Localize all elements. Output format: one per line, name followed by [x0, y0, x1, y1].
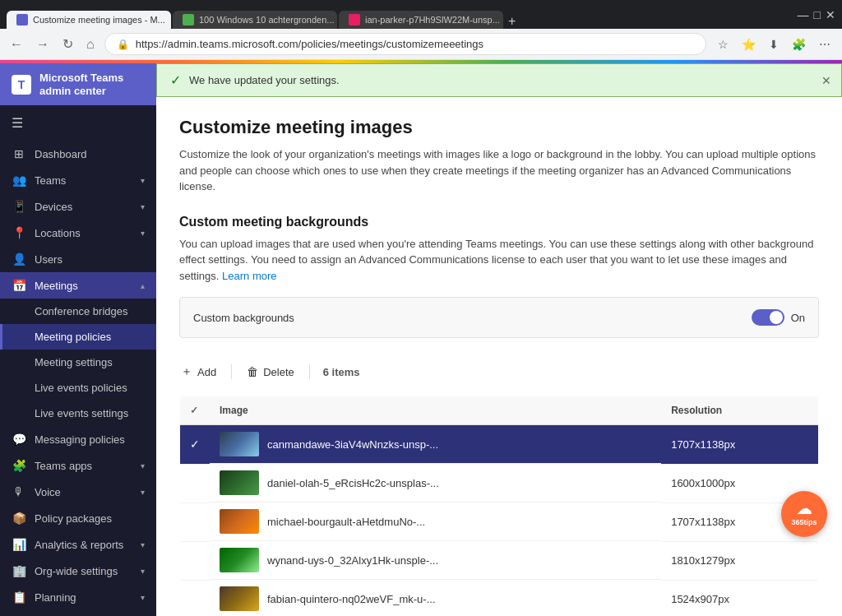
chevron-down-icon: ▾	[141, 202, 145, 211]
table-row[interactable]: ✓ canmandawe-3iaV4wNnzks-unsp-... 1707x1…	[180, 425, 819, 465]
sidebar-item-org-settings[interactable]: 🏢 Org-wide settings ▾	[0, 558, 156, 584]
tab-3[interactable]: ian-parker-p7Hh9SlW22M-unsp... ✕	[339, 11, 503, 29]
teams-logo-icon: T	[12, 75, 31, 95]
row-check-4	[180, 541, 210, 580]
chevron-up-icon: ▴	[141, 281, 145, 290]
messaging-icon: 💬	[12, 433, 26, 446]
sidebar-item-locations[interactable]: 📍 Locations ▾	[0, 220, 156, 246]
section-description: You can upload images that are used when…	[179, 236, 819, 285]
main-content: ✓ We have updated your settings. ✕ Custo…	[156, 63, 842, 616]
header-check: ✓	[180, 396, 210, 425]
sidebar-item-live-events-policies[interactable]: Live events policies	[0, 375, 156, 401]
sidebar-item-voice[interactable]: 🎙 Voice ▾	[0, 479, 156, 505]
tab-2[interactable]: 100 Windows 10 achtergronden... ✕	[173, 11, 337, 29]
menu-icon[interactable]: ⋯	[814, 35, 835, 54]
success-banner-close[interactable]: ✕	[821, 74, 831, 87]
download-icon[interactable]: ⬇	[764, 35, 784, 54]
tab-title-3: ian-parker-p7Hh9SlW22M-unsp...	[365, 15, 500, 25]
chevron-down-icon: ▾	[141, 540, 145, 549]
sidebar-item-label: Dashboard	[35, 148, 145, 160]
sidebar-item-label: Teams	[35, 174, 132, 187]
table-row[interactable]: wynand-uys-0_32Alxy1Hk-unsple-... 1810x1…	[180, 541, 819, 580]
thumbnail-5	[220, 586, 259, 611]
planning-icon: 📋	[12, 591, 26, 604]
row-image-5: fabian-quintero-nq02weVF_mk-u-...	[210, 580, 661, 616]
sidebar-item-meetings[interactable]: 📅 Meetings ▴	[0, 272, 156, 299]
sidebar-item-label: Devices	[35, 201, 132, 213]
favorites-icon[interactable]: ☆	[713, 35, 733, 54]
row-resolution-5: 1524x907px	[661, 580, 818, 616]
table-row[interactable]: fabian-quintero-nq02weVF_mk-u-... 1524x9…	[180, 580, 819, 616]
sidebar-item-devices[interactable]: 📱 Devices ▾	[0, 193, 156, 220]
toggle-track[interactable]	[752, 309, 784, 326]
extension-icon[interactable]: 🧩	[787, 35, 811, 54]
sidebar-item-messaging-policies[interactable]: 💬 Messaging policies	[0, 426, 156, 452]
row-check-1: ✓	[180, 425, 210, 465]
forward-button[interactable]: →	[33, 34, 53, 55]
chevron-down-icon: ▾	[141, 488, 145, 497]
header-image: Image	[210, 396, 661, 425]
sidebar-item-planning[interactable]: 📋 Planning ▾	[0, 584, 156, 610]
thumbnail-1	[220, 432, 259, 456]
delete-button[interactable]: 🗑 Delete	[245, 362, 296, 382]
teams-logo: T	[12, 75, 31, 95]
tab-active[interactable]: Customize meeting images - M... ✕	[7, 11, 171, 29]
close-window-button[interactable]: ✕	[826, 8, 835, 21]
table-row[interactable]: daniel-olah-5_eRcisHc2c-unsplas-... 1600…	[180, 464, 819, 503]
table-header: ✓ Image Resolution	[180, 396, 819, 425]
sidebar: T Microsoft Teams admin center ☰ ⊞ Dashb…	[0, 63, 156, 616]
maximize-button[interactable]: □	[814, 8, 821, 21]
toolbar-actions: ☆ ⭐ ⬇ 🧩 ⋯	[713, 35, 835, 54]
items-count: 6 items	[323, 366, 360, 378]
delete-label: Delete	[263, 366, 294, 378]
thumbnail-4	[220, 548, 259, 572]
chevron-down-icon: ▾	[141, 176, 145, 185]
chevron-down-icon: ▾	[141, 461, 145, 470]
address-bar[interactable]: 🔒 https://admin.teams.microsoft.com/poli…	[104, 33, 706, 55]
sidebar-item-analytics-reports[interactable]: 📊 Analytics & reports ▾	[0, 531, 156, 558]
learn-more-link[interactable]: Learn more	[222, 270, 276, 282]
page-title: Customize meeting images	[179, 117, 819, 138]
home-button[interactable]: ⌂	[83, 34, 98, 55]
browser-tabs: Customize meeting images - M... ✕ 100 Wi…	[7, 0, 519, 29]
app-name: Microsoft Teams admin center	[39, 72, 145, 97]
sidebar-item-policy-packages[interactable]: 📦 Policy packages	[0, 505, 156, 531]
sidebar-item-users[interactable]: 👤 Users	[0, 246, 156, 272]
row-check-2	[180, 464, 210, 503]
refresh-button[interactable]: ↻	[59, 33, 76, 55]
sidebar-item-label: Meetings	[35, 280, 132, 292]
filename-3: michael-bourgault-aHetdmuNo-...	[267, 516, 425, 528]
toggle-switch[interactable]: On	[752, 309, 805, 326]
page-description: Customize the look of your organization'…	[179, 146, 819, 195]
filename-2: daniel-olah-5_eRcisHc2c-unsplas-...	[267, 477, 439, 489]
images-table-body: ✓ canmandawe-3iaV4wNnzks-unsp-... 1707x1…	[180, 425, 819, 617]
thumbnail-3	[220, 509, 259, 534]
sidebar-item-conference-bridges[interactable]: Conference bridges	[0, 299, 156, 324]
sidebar-item-label: Org-wide settings	[35, 565, 132, 577]
images-table: ✓ Image Resolution ✓ canmandawe-3iaV4wNn…	[179, 396, 819, 616]
sidebar-item-label: Analytics & reports	[35, 539, 132, 551]
row-check-3	[180, 503, 210, 541]
filename-1: canmandawe-3iaV4wNnzks-unsp-...	[267, 438, 438, 451]
sidebar-item-teams-apps[interactable]: 🧩 Teams apps ▾	[0, 452, 156, 479]
sidebar-item-teams[interactable]: 👥 Teams ▾	[0, 167, 156, 193]
success-banner: ✓ We have updated your settings. ✕	[156, 63, 842, 97]
sidebar-item-meeting-settings[interactable]: Meeting settings	[0, 350, 156, 375]
sidebar-item-dashboard[interactable]: ⊞ Dashboard	[0, 141, 156, 167]
collections-icon[interactable]: ⭐	[737, 35, 761, 54]
add-button[interactable]: ＋ Add	[179, 361, 218, 382]
back-button[interactable]: ←	[7, 34, 26, 55]
sidebar-item-live-events-settings[interactable]: Live events settings	[0, 401, 156, 426]
row-image-1: canmandawe-3iaV4wNnzks-unsp-...	[210, 425, 661, 464]
table-row[interactable]: michael-bourgault-aHetdmuNo-... 1707x113…	[180, 503, 819, 541]
users-icon: 👤	[12, 252, 26, 266]
toggle-on-label: On	[791, 312, 805, 324]
new-tab-button[interactable]: +	[505, 14, 519, 29]
sidebar-item-notifications[interactable]: 🔔 Notifications & alerts ▾	[0, 610, 156, 616]
delete-icon: 🗑	[247, 365, 258, 378]
sidebar-toggle-button[interactable]: ☰	[0, 105, 156, 141]
sidebar-item-meeting-policies[interactable]: Meeting policies	[0, 324, 156, 350]
minimize-button[interactable]: —	[798, 8, 809, 21]
locations-icon: 📍	[12, 226, 26, 239]
sidebar-item-label: Users	[35, 253, 145, 266]
